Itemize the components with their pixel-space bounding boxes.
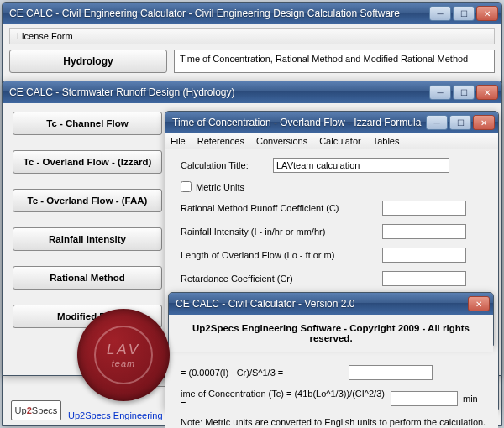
- equation2-label: ime of Concentration (Tc) = (41b(Lo^1/3)…: [181, 389, 391, 409]
- minimize-button[interactable]: ─: [429, 6, 451, 21]
- window-controls: ─ ☐ ✕: [429, 85, 498, 100]
- description-box: Time of Concentration, Rational Method a…: [174, 50, 495, 73]
- equation1-label: = (0.0007(I) +Cr)/S^1/3 =: [181, 368, 349, 378]
- rainfall-intensity-input[interactable]: [382, 224, 466, 239]
- izzard-title: Time of Concentration - Overland Flow - …: [172, 117, 426, 128]
- rational-method-button[interactable]: Rational Method: [13, 266, 162, 290]
- retardance-coef-label: Retardance Coefficient (Cr): [181, 274, 382, 284]
- tc-unit-label: min: [463, 394, 478, 404]
- menu-calculator[interactable]: Calculator: [319, 136, 361, 146]
- tc-channel-flow-button[interactable]: Tc - Channel Flow: [13, 112, 162, 135]
- menu-references[interactable]: References: [197, 136, 244, 146]
- overland-length-label: Length of Overland Flow (Lo - ft or m): [181, 250, 382, 260]
- izzard-titlebar[interactable]: Time of Concentration - Overland Flow - …: [165, 112, 498, 133]
- maximize-button[interactable]: ☐: [453, 85, 475, 100]
- close-button[interactable]: ✕: [468, 296, 490, 311]
- retardance-coef-input[interactable]: [382, 271, 466, 286]
- close-button[interactable]: ✕: [476, 85, 498, 100]
- metric-units-label: Metric Units: [196, 182, 244, 192]
- footer-link[interactable]: Up2Specs Engineering: [68, 410, 163, 420]
- up2specs-logo: Up2Specs: [11, 400, 61, 420]
- hydrology-button[interactable]: Hydrology: [9, 50, 167, 73]
- hydrology-title: CE CALC - Stormwater Runoff Design (Hydr…: [9, 86, 429, 98]
- tc-overland-faa-button[interactable]: Tc - Overland Flow - (FAA): [13, 189, 162, 212]
- tc-output[interactable]: [391, 391, 458, 406]
- rainfall-intensity-button[interactable]: Rainfall Intensity: [13, 227, 162, 251]
- about-title: CE CALC - Civil Calculator - Version 2.0: [176, 298, 468, 310]
- tc-overland-izzard-button[interactable]: Tc - Overland Flow - (Izzard): [13, 150, 162, 174]
- window-controls: ─ ☐ ✕: [426, 115, 495, 130]
- main-title: CE CALC - Civil Engineering Calculator -…: [9, 8, 429, 19]
- runoff-coef-input[interactable]: [382, 201, 466, 216]
- window-controls: ✕: [468, 296, 490, 311]
- equation1-output[interactable]: [349, 365, 433, 380]
- runoff-coef-label: Rational Method Runoff Coefficient (C): [181, 203, 382, 213]
- menu-file[interactable]: File: [171, 136, 186, 146]
- note-text: Note: Metric units are converted to Engl…: [181, 417, 486, 427]
- overland-length-input[interactable]: [382, 248, 466, 263]
- minimize-button[interactable]: ─: [429, 85, 451, 100]
- main-menubar[interactable]: License Form: [9, 28, 495, 44]
- izzard-menubar: File References Conversions Calculator T…: [165, 133, 498, 149]
- lavteam-seal-icon: LAV team: [77, 309, 170, 401]
- menu-conversions[interactable]: Conversions: [256, 136, 307, 146]
- close-button[interactable]: ✕: [473, 115, 495, 130]
- about-window: CE CALC - Civil Calculator - Version 2.0…: [168, 292, 494, 346]
- izzard-window: Time of Concentration - Overland Flow - …: [165, 111, 499, 410]
- hydrology-titlebar[interactable]: CE CALC - Stormwater Runoff Design (Hydr…: [3, 81, 501, 103]
- maximize-button[interactable]: ☐: [453, 6, 475, 21]
- rainfall-intensity-label: Rainfall Intensity (I - in/hr or mm/hr): [181, 227, 382, 237]
- main-titlebar[interactable]: CE CALC - Civil Engineering Calculator -…: [3, 3, 501, 24]
- menu-tables[interactable]: Tables: [373, 136, 400, 146]
- maximize-button[interactable]: ☐: [449, 115, 471, 130]
- minimize-button[interactable]: ─: [426, 115, 448, 130]
- close-button[interactable]: ✕: [476, 6, 498, 21]
- metric-units-checkbox[interactable]: [181, 181, 192, 192]
- about-text: Up2Specs Engineering Software - Copyrigh…: [179, 323, 483, 343]
- window-controls: ─ ☐ ✕: [429, 6, 498, 21]
- about-titlebar[interactable]: CE CALC - Civil Calculator - Version 2.0…: [169, 293, 493, 315]
- calc-title-input[interactable]: [273, 158, 449, 173]
